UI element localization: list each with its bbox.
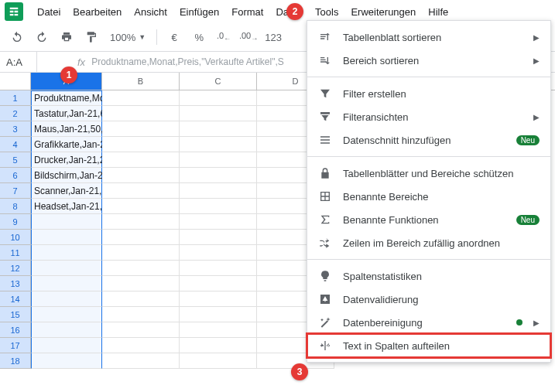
cell[interactable] (180, 353, 257, 369)
cell[interactable] (180, 338, 257, 353)
cell[interactable]: Scanner,Jan-21,220,2,$440 (31, 183, 102, 199)
menu-item-filter[interactable]: Filter erstellen (307, 82, 550, 105)
menu-einfügen[interactable]: Einfügen (173, 3, 225, 21)
cell[interactable]: Produktname,Monat,Preis,"Verkaufte Artik… (31, 90, 102, 106)
menu-item-validation[interactable]: Datenvalidierung (307, 288, 550, 311)
cell[interactable] (180, 291, 257, 307)
row-header[interactable]: 1 (0, 90, 31, 106)
cell[interactable] (102, 106, 180, 121)
menu-item-named-range[interactable]: Benannte Bereiche (307, 185, 550, 208)
cell[interactable] (102, 168, 180, 183)
cell[interactable] (102, 291, 180, 307)
cell[interactable] (180, 276, 257, 291)
cell[interactable] (180, 137, 257, 152)
cell[interactable] (31, 230, 102, 245)
cell[interactable] (102, 276, 180, 291)
row-header[interactable]: 10 (0, 230, 31, 245)
row-header[interactable]: 9 (0, 214, 31, 230)
menu-format[interactable]: Format (225, 3, 269, 21)
paint-format-button[interactable] (81, 26, 102, 48)
row-header[interactable]: 13 (0, 276, 31, 291)
cell[interactable] (102, 261, 180, 276)
cell[interactable] (102, 353, 180, 369)
cell[interactable] (31, 291, 102, 307)
cell[interactable] (31, 276, 102, 291)
col-header-c[interactable]: C (180, 73, 257, 90)
select-all-corner[interactable] (0, 73, 31, 90)
menu-bearbeiten[interactable]: Bearbeiten (67, 3, 128, 21)
cell[interactable] (180, 168, 257, 183)
menu-item-sigma[interactable]: Benannte FunktionenNeu (307, 208, 550, 231)
menu-item-slicer[interactable]: Datenschnitt hinzufügenNeu (307, 128, 550, 152)
percent-button[interactable]: % (188, 26, 210, 48)
cell[interactable] (180, 90, 257, 106)
cell[interactable] (31, 338, 102, 353)
row-header[interactable]: 16 (0, 322, 31, 338)
row-header[interactable]: 12 (0, 261, 31, 276)
cell[interactable] (180, 152, 257, 168)
cell[interactable] (102, 338, 180, 353)
cell[interactable] (180, 199, 257, 214)
cell[interactable] (180, 183, 257, 199)
col-header-b[interactable]: B (102, 73, 180, 90)
cell[interactable] (102, 322, 180, 338)
row-header[interactable]: 5 (0, 152, 31, 168)
row-header[interactable]: 15 (0, 307, 31, 322)
cell[interactable] (102, 307, 180, 322)
cell[interactable] (31, 353, 102, 369)
name-box[interactable]: A:A (0, 52, 37, 72)
cell[interactable] (31, 245, 102, 261)
cell[interactable]: Grafikkarte,Jan-21,380,3,"$1.140" (31, 137, 102, 152)
decrease-decimal-button[interactable]: .0← (213, 26, 235, 48)
undo-button[interactable] (6, 26, 28, 48)
cell[interactable] (102, 230, 180, 245)
row-header[interactable]: 7 (0, 183, 31, 199)
menu-item-lock[interactable]: Tabellenblätter und Bereiche schützen (307, 162, 550, 185)
number-format-button[interactable]: 123 (262, 26, 284, 48)
cell[interactable] (180, 322, 257, 338)
zoom-select[interactable]: 100% ▼ (105, 26, 150, 48)
cell[interactable] (31, 307, 102, 322)
cell[interactable]: Tastatur,Jan-21,65,5,$325 (31, 106, 102, 121)
cell[interactable] (102, 199, 180, 214)
menu-item-split[interactable]: Text in Spalten aufteilen (307, 334, 550, 357)
cell[interactable] (180, 230, 257, 245)
cell[interactable]: Bildschirm,Jan-21,450,6,"$2.700" (31, 168, 102, 183)
cell[interactable] (102, 245, 180, 261)
row-header[interactable]: 4 (0, 137, 31, 152)
cell[interactable]: Maus,Jan-21,50,7,$4350 (31, 121, 102, 137)
cell[interactable] (180, 121, 257, 137)
cell[interactable] (31, 322, 102, 338)
row-header[interactable]: 3 (0, 121, 31, 137)
formula-input[interactable]: Produktname,Monat,Preis,"Verkaufte Artik… (91, 56, 284, 67)
row-header[interactable]: 8 (0, 199, 31, 214)
cell[interactable] (102, 121, 180, 137)
cell[interactable] (180, 245, 257, 261)
cell[interactable] (102, 137, 180, 152)
cell[interactable] (102, 214, 180, 230)
cell[interactable] (180, 307, 257, 322)
menu-erweiterungen[interactable]: Erweiterungen (344, 3, 422, 21)
menu-item-bulb[interactable]: Spaltenstatistiken (307, 264, 550, 288)
menu-tools[interactable]: Tools (309, 3, 344, 21)
cell[interactable] (31, 261, 102, 276)
row-header[interactable]: 14 (0, 291, 31, 307)
menu-item-filter-views[interactable]: Filteransichten▶ (307, 105, 550, 128)
row-header[interactable]: 17 (0, 338, 31, 353)
row-header[interactable]: 11 (0, 245, 31, 261)
print-button[interactable] (56, 26, 77, 48)
cell[interactable]: Drucker,Jan-21,220,4,$880 (31, 152, 102, 168)
menu-datei[interactable]: Datei (31, 3, 67, 21)
row-header[interactable]: 6 (0, 168, 31, 183)
menu-item-shuffle[interactable]: Zeilen im Bereich zufällig anordnen (307, 231, 550, 254)
currency-euro-button[interactable]: € (163, 26, 185, 48)
cell[interactable] (102, 90, 180, 106)
row-header[interactable]: 2 (0, 106, 31, 121)
row-header[interactable]: 18 (0, 353, 31, 369)
menu-item-wand[interactable]: Datenbereinigung▶ (307, 311, 550, 334)
cell[interactable]: Headset,Jan-21,120,8,$960 (31, 199, 102, 214)
menu-ansicht[interactable]: Ansicht (128, 3, 173, 21)
cell[interactable] (102, 152, 180, 168)
cell[interactable] (180, 106, 257, 121)
cell[interactable] (180, 214, 257, 230)
